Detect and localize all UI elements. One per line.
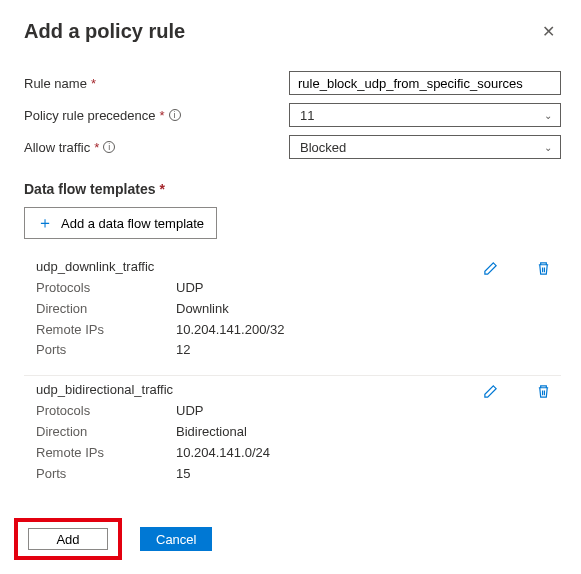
- rule-name-label: Rule name*: [24, 76, 289, 91]
- rule-name-input[interactable]: [289, 71, 561, 95]
- pencil-icon: [483, 261, 498, 276]
- chevron-down-icon: ⌄: [544, 142, 552, 153]
- trash-icon: [536, 384, 551, 399]
- template-item: udp_bidirectional_traffic ProtocolsUDP D…: [24, 376, 561, 498]
- close-icon[interactable]: ✕: [536, 20, 561, 43]
- precedence-select[interactable]: 11 ⌄: [289, 103, 561, 127]
- allow-traffic-label: Allow traffic* i: [24, 140, 289, 155]
- trash-icon: [536, 261, 551, 276]
- delete-button[interactable]: [532, 257, 555, 280]
- template-item: udp_downlink_traffic ProtocolsUDP Direct…: [24, 253, 561, 376]
- page-title: Add a policy rule: [24, 20, 185, 43]
- delete-button[interactable]: [532, 380, 555, 403]
- chevron-down-icon: ⌄: [544, 110, 552, 121]
- edit-button[interactable]: [479, 380, 502, 403]
- add-data-flow-template-button[interactable]: ＋ Add a data flow template: [24, 207, 217, 239]
- cancel-button[interactable]: Cancel: [140, 527, 212, 551]
- edit-button[interactable]: [479, 257, 502, 280]
- allow-traffic-select[interactable]: Blocked ⌄: [289, 135, 561, 159]
- highlight-annotation: Add: [14, 518, 122, 560]
- precedence-label: Policy rule precedence* i: [24, 108, 289, 123]
- add-button[interactable]: Add: [28, 528, 108, 550]
- plus-icon: ＋: [37, 215, 53, 231]
- pencil-icon: [483, 384, 498, 399]
- info-icon[interactable]: i: [169, 109, 181, 121]
- data-flow-section-title: Data flow templates *: [24, 181, 561, 197]
- info-icon[interactable]: i: [103, 141, 115, 153]
